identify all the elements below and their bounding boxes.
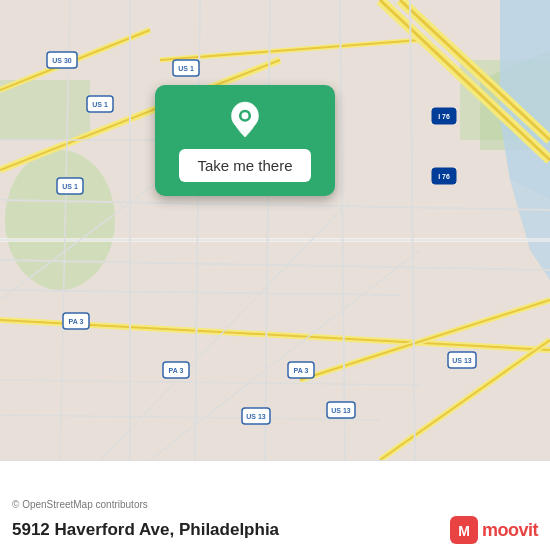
svg-point-1 — [5, 150, 115, 290]
address-text: 5912 Haverford Ave, Philadelphia — [12, 520, 279, 540]
svg-text:US 1: US 1 — [62, 183, 78, 190]
map-svg: US 30 US 1 US 1 US 1 PA 3 PA 3 PA 3 US 1… — [0, 0, 550, 460]
svg-text:US 13: US 13 — [246, 413, 266, 420]
svg-text:PA 3: PA 3 — [169, 367, 184, 374]
svg-text:I 76: I 76 — [438, 173, 450, 180]
svg-text:I 76: I 76 — [438, 113, 450, 120]
moovit-logo: M moovit — [450, 516, 538, 544]
address-row: 5912 Haverford Ave, Philadelphia M moovi… — [12, 516, 538, 544]
svg-text:US 30: US 30 — [52, 57, 72, 64]
location-pin-icon — [226, 101, 264, 139]
svg-rect-2 — [0, 80, 90, 140]
bottom-bar: © OpenStreetMap contributors 5912 Haverf… — [0, 460, 550, 550]
take-me-there-button[interactable]: Take me there — [179, 149, 310, 182]
moovit-brand-icon: M — [450, 516, 478, 544]
attribution-text: © OpenStreetMap contributors — [12, 499, 538, 510]
svg-text:PA 3: PA 3 — [294, 367, 309, 374]
svg-text:US 1: US 1 — [178, 65, 194, 72]
svg-text:US 13: US 13 — [452, 357, 472, 364]
map-area: US 30 US 1 US 1 US 1 PA 3 PA 3 PA 3 US 1… — [0, 0, 550, 460]
svg-point-66 — [242, 112, 249, 119]
location-popup: Take me there — [155, 85, 335, 196]
svg-text:US 13: US 13 — [331, 407, 351, 414]
svg-text:M: M — [458, 523, 470, 539]
svg-text:US 1: US 1 — [92, 101, 108, 108]
svg-text:PA 3: PA 3 — [69, 318, 84, 325]
moovit-brand-text: moovit — [482, 520, 538, 541]
